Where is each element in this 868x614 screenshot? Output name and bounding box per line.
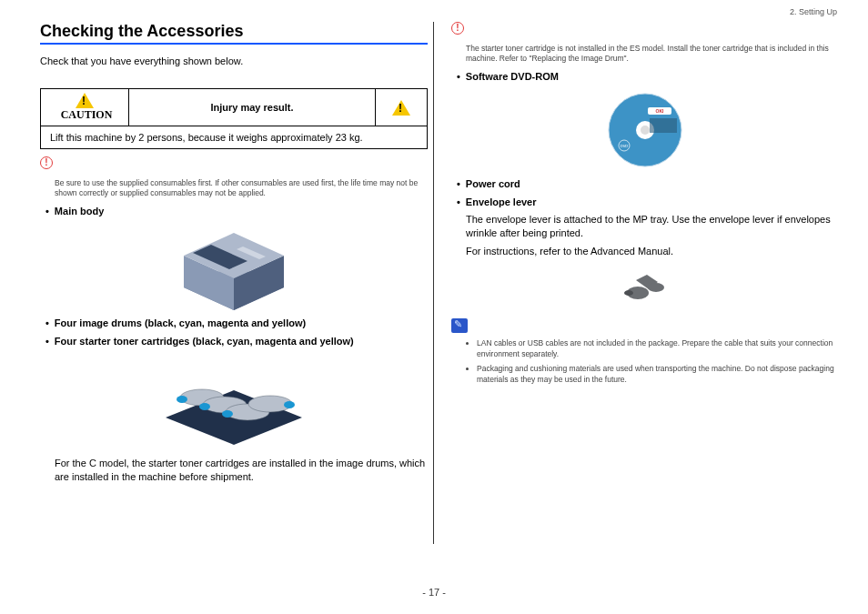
warning-triangle-icon — [392, 100, 410, 116]
warning-triangle-icon — [76, 93, 94, 108]
left-notice-text: Be sure to use the supplied consumables … — [55, 178, 428, 198]
svg-point-14 — [284, 401, 295, 408]
printer-image — [40, 224, 428, 310]
c-model-note: For the C model, the starter toner cartr… — [55, 457, 428, 485]
caution-box: CAUTION Injury may result. Lift this mac… — [40, 88, 428, 149]
left-column: Checking the Accessories Check that you … — [40, 16, 428, 580]
bullet-toner: Four starter toner cartridges (black, cy… — [45, 336, 428, 347]
right-column: ! The starter toner cartridge is not ins… — [451, 16, 839, 580]
notice-icon: ! — [451, 22, 464, 35]
caution-label-cell: CAUTION — [41, 89, 129, 126]
page-title: Checking the Accessories — [40, 22, 428, 41]
right-notice-text: The starter toner cartridge is not insta… — [466, 44, 839, 64]
svg-point-12 — [199, 403, 210, 410]
page-number: - 17 - — [0, 587, 868, 598]
svg-text:DVD: DVD — [621, 144, 629, 148]
svg-point-11 — [177, 396, 187, 403]
bullet-main-body: Main body — [45, 206, 428, 216]
lever-image — [451, 266, 839, 306]
bullet-dvd: Software DVD-ROM — [457, 71, 839, 82]
page-content: Checking the Accessories Check that you … — [0, 0, 868, 580]
memo-item: Packaging and cushioning materials are u… — [477, 364, 839, 386]
notice-row: ! — [451, 22, 839, 35]
intro-text: Check that you have everything shown bel… — [40, 55, 428, 66]
notice-icon: ! — [40, 156, 53, 169]
svg-point-27 — [624, 290, 633, 296]
title-underline — [40, 43, 428, 45]
svg-text:OKI: OKI — [656, 108, 665, 114]
dvd-image: OKI DVD — [451, 89, 839, 171]
envelope-ref: For instructions, refer to the Advanced … — [466, 245, 839, 258]
svg-rect-21 — [650, 118, 677, 133]
bullet-envelope-lever: Envelope lever — [457, 196, 839, 207]
column-divider — [433, 22, 434, 544]
bullet-power-cord: Power cord — [457, 178, 839, 189]
memo-block: LAN cables or USB cables are not include… — [451, 318, 839, 386]
caution-warning: Injury may result. — [129, 89, 376, 126]
memo-item: LAN cables or USB cables are not include… — [477, 338, 839, 360]
bullet-image-drums: Four image drums (black, cyan, magenta a… — [45, 317, 428, 328]
toner-image — [40, 354, 428, 449]
caution-body-text: Lift this machine by 2 persons, because … — [41, 126, 428, 149]
notice-row: ! — [40, 156, 428, 169]
memo-icon — [451, 318, 468, 333]
caution-icon-cell — [376, 89, 428, 126]
envelope-text: The envelope lever is attached to the MP… — [466, 213, 839, 241]
svg-point-13 — [222, 410, 233, 418]
memo-list: LAN cables or USB cables are not include… — [451, 338, 839, 386]
caution-label: CAUTION — [61, 108, 113, 121]
svg-point-18 — [641, 126, 650, 135]
svg-point-26 — [648, 283, 664, 292]
